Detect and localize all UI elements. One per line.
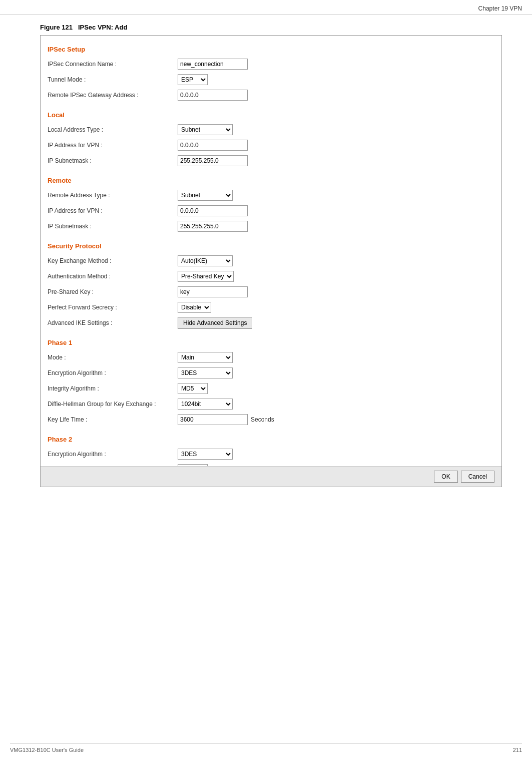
remote-subnet-label: IP Subnetmask : (48, 223, 178, 230)
phase1-mode-control: Main Aggressive (178, 352, 233, 363)
chapter-title: Chapter 19 VPN (478, 5, 522, 12)
phase1-integrity-row: Integrity Algorithm : MD5 SHA1 (48, 383, 491, 395)
phase2-encryption-row: Encryption Algorithm : 3DES AES DES (48, 448, 491, 460)
phase1-dh-control: 1024bit 768bit 1536bit (178, 399, 233, 410)
footer-page-number: 211 (513, 747, 522, 753)
local-section: Local Local Address Type : Subnet Single… (48, 111, 491, 167)
phase2-title: Phase 2 (48, 436, 491, 443)
local-title: Local (48, 111, 491, 119)
phase1-keylife-input[interactable] (178, 414, 248, 425)
tunnel-mode-control: ESP AH (178, 74, 208, 85)
local-ip-input[interactable] (178, 140, 248, 151)
remote-subnet-input[interactable] (178, 221, 248, 232)
local-address-type-control: Subnet Single Range (178, 124, 233, 135)
ipsec-setup-title: IPSec Setup (48, 46, 491, 53)
cancel-button[interactable]: Cancel (461, 471, 494, 483)
phase1-mode-row: Mode : Main Aggressive (48, 351, 491, 363)
phase1-keylife-row: Key Life Time : Seconds (48, 414, 491, 426)
key-exchange-select[interactable]: Auto(IKE) Manual (178, 255, 233, 266)
remote-subnet-row: IP Subnetmask : (48, 220, 491, 232)
remote-ip-label: IP Address for VPN : (48, 207, 178, 214)
auth-method-select[interactable]: Pre-Shared Key Certificate (178, 271, 234, 282)
local-subnet-row: IP Subnetmask : (48, 155, 491, 167)
preshared-key-control (178, 286, 248, 297)
phase1-integrity-control: MD5 SHA1 (178, 383, 208, 394)
phase1-dh-label: Diffie-Hellman Group for Key Exchange : (48, 401, 178, 408)
page-header: Chapter 19 VPN (0, 0, 532, 15)
remote-ip-row: IP Address for VPN : (48, 205, 491, 217)
remote-subnet-control (178, 221, 248, 232)
local-ip-label: IP Address for VPN : (48, 142, 178, 149)
tunnel-mode-select[interactable]: ESP AH (178, 74, 208, 85)
hide-advanced-button[interactable]: Hide Advanced Settings (178, 317, 252, 329)
phase1-dh-select[interactable]: 1024bit 768bit 1536bit (178, 399, 233, 410)
remote-section: Remote Remote Address Type : Subnet Sing… (48, 177, 491, 232)
phase1-mode-label: Mode : (48, 354, 178, 361)
key-exchange-row: Key Exchange Method : Auto(IKE) Manual (48, 255, 491, 267)
scrollable-content[interactable]: IPSec Setup IPSec Connection Name : Tunn… (41, 36, 501, 466)
auth-method-control: Pre-Shared Key Certificate (178, 271, 234, 282)
phase2-section: Phase 2 Encryption Algorithm : 3DES AES … (48, 436, 491, 466)
remote-address-type-label: Remote Address Type : (48, 192, 178, 199)
phase2-encryption-select[interactable]: 3DES AES DES (178, 449, 233, 460)
gateway-input[interactable] (178, 90, 248, 101)
preshared-key-label: Pre-Shared Key : (48, 288, 178, 295)
phase1-encryption-label: Encryption Algorithm : (48, 369, 178, 376)
remote-ip-input[interactable] (178, 205, 248, 216)
phase2-integrity-select[interactable]: MD5 SHA1 (178, 464, 208, 466)
ipsec-setup-section: IPSec Setup IPSec Connection Name : Tunn… (48, 46, 491, 101)
ok-button[interactable]: OK (434, 471, 457, 483)
pfs-select[interactable]: Disable Enable (178, 302, 211, 313)
tunnel-mode-label: Tunnel Mode : (48, 76, 178, 83)
phase1-integrity-select[interactable]: MD5 SHA1 (178, 383, 208, 394)
preshared-key-row: Pre-Shared Key : (48, 286, 491, 298)
gateway-label: Remote IPSec Gateway Address : (48, 92, 178, 99)
security-protocol-section: Security Protocol Key Exchange Method : … (48, 242, 491, 329)
connection-name-control (178, 59, 248, 70)
advanced-ike-label: Advanced IKE Settings : (48, 319, 178, 326)
gateway-control (178, 90, 248, 101)
phase1-keylife-label: Key Life Time : (48, 416, 178, 423)
key-exchange-label: Key Exchange Method : (48, 257, 178, 264)
phase1-section: Phase 1 Mode : Main Aggressive Encryptio… (48, 339, 491, 426)
local-subnet-input[interactable] (178, 155, 248, 166)
pfs-control: Disable Enable (178, 302, 211, 313)
phase1-encryption-control: 3DES AES DES (178, 367, 233, 378)
advanced-ike-control: Hide Advanced Settings (178, 317, 252, 329)
local-address-type-label: Local Address Type : (48, 126, 178, 133)
dialog-container: IPSec Setup IPSec Connection Name : Tunn… (40, 35, 502, 487)
security-protocol-title: Security Protocol (48, 242, 491, 250)
local-subnet-control (178, 155, 248, 166)
figure-number: Figure 121 (40, 24, 73, 31)
local-ip-row: IP Address for VPN : (48, 139, 491, 151)
tunnel-mode-row: Tunnel Mode : ESP AH (48, 74, 491, 86)
local-subnet-label: IP Subnetmask : (48, 157, 178, 164)
remote-title: Remote (48, 177, 491, 184)
connection-name-label: IPSec Connection Name : (48, 61, 178, 68)
remote-address-type-row: Remote Address Type : Subnet Single Rang… (48, 189, 491, 201)
auth-method-row: Authentication Method : Pre-Shared Key C… (48, 270, 491, 282)
phase1-encryption-row: Encryption Algorithm : 3DES AES DES (48, 367, 491, 379)
preshared-key-input[interactable] (178, 286, 248, 297)
local-address-type-row: Local Address Type : Subnet Single Range (48, 124, 491, 136)
phase2-integrity-row: Integrity Algorithm : MD5 SHA1 (48, 464, 491, 466)
connection-name-row: IPSec Connection Name : (48, 58, 491, 70)
phase1-mode-select[interactable]: Main Aggressive (178, 352, 233, 363)
phase1-integrity-label: Integrity Algorithm : (48, 385, 178, 392)
pfs-label: Perfect Forward Secrecy : (48, 304, 178, 311)
remote-address-type-select[interactable]: Subnet Single Range (178, 190, 233, 201)
key-exchange-control: Auto(IKE) Manual (178, 255, 233, 266)
phase1-encryption-select[interactable]: 3DES AES DES (178, 367, 233, 378)
phase1-keylife-unit: Seconds (251, 416, 274, 423)
connection-name-input[interactable] (178, 59, 248, 70)
phase1-title: Phase 1 (48, 339, 491, 346)
phase1-dh-row: Diffie-Hellman Group for Key Exchange : … (48, 398, 491, 410)
phase2-encryption-control: 3DES AES DES (178, 449, 233, 460)
local-address-type-select[interactable]: Subnet Single Range (178, 124, 233, 135)
figure-title: IPSec VPN: Add (78, 24, 127, 31)
figure-label: Figure 121 IPSec VPN: Add (40, 24, 532, 31)
dialog-footer: OK Cancel (41, 466, 501, 487)
page-footer: VMG1312-B10C User's Guide 211 (10, 743, 522, 753)
advanced-ike-row: Advanced IKE Settings : Hide Advanced Se… (48, 317, 491, 329)
phase2-encryption-label: Encryption Algorithm : (48, 451, 178, 458)
